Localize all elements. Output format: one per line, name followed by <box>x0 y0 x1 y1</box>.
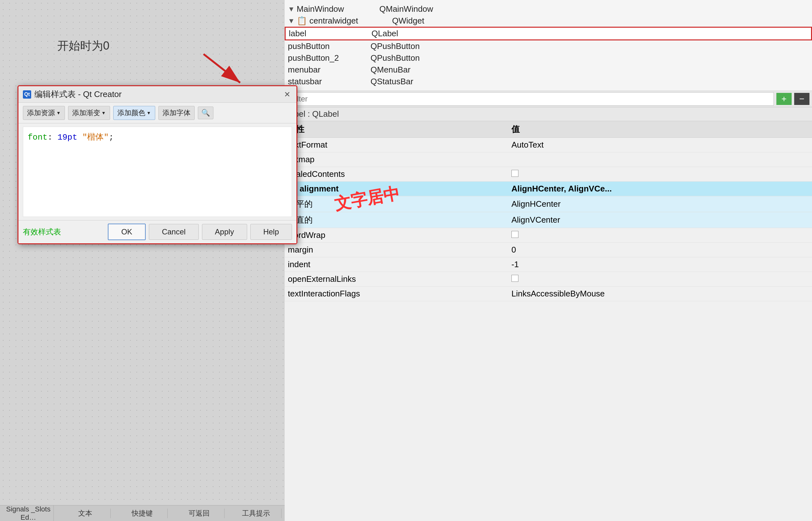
dialog-titlebar: Qt 编辑样式表 - Qt Creator ✕ <box>19 86 297 103</box>
prop-val-textformat[interactable]: AutoText <box>508 138 812 152</box>
dialog-toolbar: 添加资源 ▼ 添加渐变 ▼ 添加颜色 ▼ 添加字体 🔍 <box>19 103 297 123</box>
filter-add-button[interactable]: + <box>776 93 792 105</box>
tree-name-menubar: menubar <box>288 65 371 75</box>
status-text: 文本 <box>60 508 111 518</box>
add-gradient-arrow: ▼ <box>101 110 106 115</box>
search-button[interactable]: 🔍 <box>198 107 213 119</box>
add-color-button[interactable]: 添加颜色 ▼ <box>113 106 155 120</box>
object-tree: ▼ MainWindow QMainWindow ▼ 📋 centralwidg… <box>285 0 812 91</box>
css-property-font: font <box>28 133 47 142</box>
tree-type-pushbutton2: QPushButton <box>371 53 420 63</box>
filter-input[interactable] <box>287 92 774 106</box>
add-gradient-button[interactable]: 添加渐变 ▼ <box>68 106 110 120</box>
tree-name-pushbutton2: pushButton_2 <box>288 53 371 63</box>
tree-type-label: QLabel <box>371 29 398 39</box>
prop-val-openexternallinks[interactable] <box>508 272 812 287</box>
prop-row-pixmap[interactable]: pixmap <box>285 152 812 167</box>
prop-name-wordwrap: wordWrap <box>285 228 508 243</box>
wordwrap-checkbox[interactable] <box>511 231 518 238</box>
prop-name-pixmap: pixmap <box>285 152 508 167</box>
prop-row-openexternallinks[interactable]: openExternalLinks <box>285 272 812 287</box>
prop-val-indent[interactable]: -1 <box>508 257 812 272</box>
tree-type-mainwindow: QMainWindow <box>379 4 433 14</box>
add-resource-arrow: ▼ <box>56 110 61 115</box>
prop-col-value: 值 <box>508 121 812 138</box>
valid-style-label: 有效样式表 <box>23 227 105 237</box>
prop-val-alignment[interactable]: AlignHCenter, AlignVCe... <box>508 182 812 196</box>
search-icon: 🔍 <box>201 109 210 117</box>
add-color-arrow: ▼ <box>147 110 151 115</box>
prop-name-openexternallinks: openExternalLinks <box>285 272 508 287</box>
tree-name-pushbutton: pushButton <box>288 41 371 51</box>
status-signals-slots: Signals _Slots Ed… <box>3 505 54 521</box>
prop-row-textformat[interactable]: textFormat AutoText <box>285 138 812 152</box>
prop-val-margin[interactable]: 0 <box>508 243 812 257</box>
prop-val-scaledcontents[interactable] <box>508 167 812 182</box>
dialog-icon: Qt <box>23 90 31 98</box>
canvas-area: 开始时为0 Signals _Slots Ed… 文本 快捷键 可返回 工具提示 <box>0 0 285 521</box>
prop-row-margin[interactable]: margin 0 <box>285 243 812 257</box>
cancel-button[interactable]: Cancel <box>149 224 199 240</box>
prop-row-alignment[interactable]: ▼ alignment AlignHCenter, AlignVCe... <box>285 182 812 196</box>
filter-minus-button[interactable]: − <box>794 93 809 105</box>
css-value-size: 19pt <box>57 133 77 142</box>
prop-name-vertical: 垂直的 <box>285 212 508 228</box>
tree-expand-mainwindow: ▼ <box>288 5 295 13</box>
right-panel: ▼ MainWindow QMainWindow ▼ 📋 centralwidg… <box>285 0 812 521</box>
prop-row-wordwrap[interactable]: wordWrap <box>285 228 812 243</box>
prop-name-textinteractionflags: textInteractionFlags <box>285 287 508 301</box>
status-shortcuts: 快捷键 <box>117 508 168 518</box>
help-button[interactable]: Help <box>250 224 292 240</box>
prop-val-vertical[interactable]: AlignVCenter <box>508 212 812 228</box>
canvas-label: 开始时为0 <box>57 38 110 54</box>
prop-row-vertical[interactable]: 垂直的 AlignVCenter <box>285 212 812 228</box>
css-colon: : <box>47 133 57 142</box>
add-color-label: 添加颜色 <box>117 108 145 118</box>
prop-name-textformat: textFormat <box>285 138 508 152</box>
prop-row-indent[interactable]: indent -1 <box>285 257 812 272</box>
status-return: 可返回 <box>174 508 225 518</box>
add-gradient-label: 添加渐变 <box>72 108 100 118</box>
tree-row-statusbar[interactable]: statusbar QStatusBar <box>285 76 812 88</box>
tree-row-pushbutton2[interactable]: pushButton_2 QPushButton <box>285 52 812 64</box>
tree-row-mainwindow[interactable]: ▼ MainWindow QMainWindow <box>285 3 812 15</box>
dialog-footer: 有效样式表 OK Cancel Apply Help <box>19 220 297 243</box>
prop-val-pixmap[interactable] <box>508 152 812 167</box>
tree-row-menubar[interactable]: menubar QMenuBar <box>285 64 812 76</box>
status-tooltip: 工具提示 <box>231 508 281 518</box>
prop-val-textinteractionflags[interactable]: LinksAccessibleByMouse <box>508 287 812 301</box>
tree-type-menubar: QMenuBar <box>371 65 411 75</box>
tree-name-centralwidget: centralwidget <box>309 16 392 26</box>
object-label-row: label : QLabel <box>285 107 812 121</box>
stylesheet-editor[interactable]: font: 19pt "楷体"; <box>23 127 292 217</box>
tree-row-centralwidget[interactable]: ▼ 📋 centralwidget QWidget <box>285 15 812 27</box>
prop-val-horizontal[interactable]: AlignHCenter <box>508 196 812 212</box>
add-font-button[interactable]: 添加字体 <box>158 106 195 120</box>
prop-name-margin: margin <box>285 243 508 257</box>
prop-name-horizontal: 水平的 <box>285 196 508 212</box>
prop-row-textinteractionflags[interactable]: textInteractionFlags LinksAccessibleByMo… <box>285 287 812 301</box>
prop-name-indent: indent <box>285 257 508 272</box>
tree-name-statusbar: statusbar <box>288 77 371 87</box>
prop-row-horizontal[interactable]: 水平的 AlignHCenter <box>285 196 812 212</box>
tree-row-pushbutton[interactable]: pushButton QPushButton <box>285 40 812 52</box>
dialog-close-button[interactable]: ✕ <box>282 90 292 99</box>
add-resource-label: 添加资源 <box>27 108 55 118</box>
tree-type-centralwidget: QWidget <box>392 16 424 26</box>
status-bar: Signals _Slots Ed… 文本 快捷键 可返回 工具提示 <box>0 505 285 521</box>
prop-val-wordwrap[interactable] <box>508 228 812 243</box>
scaledcontents-checkbox[interactable] <box>511 170 518 177</box>
ok-button[interactable]: OK <box>108 224 146 240</box>
properties-panel: + − label : QLabel 属性 值 textFormat AutoT… <box>285 91 812 521</box>
add-resource-button[interactable]: 添加资源 ▼ <box>23 106 65 120</box>
tree-row-label[interactable]: label QLabel <box>285 27 812 40</box>
filter-bar: + − <box>285 91 812 107</box>
red-arrow-icon <box>197 51 248 89</box>
tree-expand-centralwidget: ▼ <box>288 17 295 25</box>
add-font-label: 添加字体 <box>163 108 190 118</box>
tree-type-pushbutton: QPushButton <box>371 41 420 51</box>
openexternallinks-checkbox[interactable] <box>511 275 518 282</box>
apply-button[interactable]: Apply <box>202 224 247 240</box>
tree-name-label: label <box>289 29 371 39</box>
prop-row-scaledcontents[interactable]: scaledContents <box>285 167 812 182</box>
